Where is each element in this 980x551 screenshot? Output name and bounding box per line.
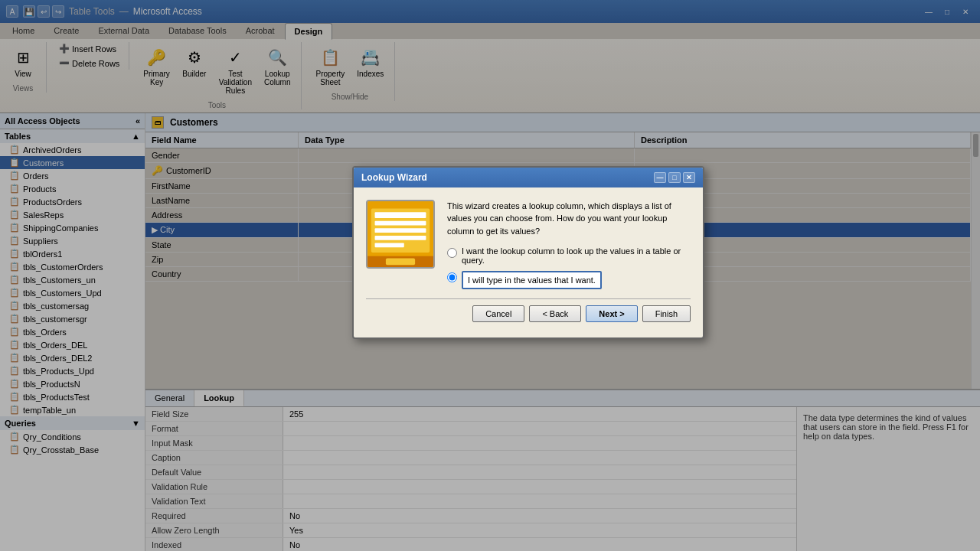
- svg-rect-2: [375, 212, 426, 218]
- svg-rect-4: [375, 228, 426, 233]
- dialog-minimize[interactable]: —: [654, 172, 666, 183]
- wizard-intro-text: This wizard creates a lookup column, whi…: [447, 200, 691, 238]
- radio-option-type: I will type in the values that I want.: [447, 271, 691, 289]
- dialog-content: This wizard creates a lookup column, whi…: [366, 200, 691, 290]
- dialog-close-icon[interactable]: ✕: [683, 172, 695, 183]
- cancel-button[interactable]: Cancel: [472, 305, 524, 322]
- radio-table-query[interactable]: [447, 248, 457, 258]
- dialog-maximize[interactable]: □: [668, 172, 681, 183]
- svg-rect-8: [386, 258, 415, 265]
- radio-type-values[interactable]: [447, 272, 457, 282]
- radio-option-table: I want the lookup column to look up the …: [447, 246, 691, 265]
- lookup-wizard-dialog: Lookup Wizard — □ ✕: [352, 166, 704, 340]
- svg-rect-5: [375, 236, 426, 240]
- svg-rect-6: [375, 243, 404, 247]
- dialog-text-area: This wizard creates a lookup column, whi…: [447, 200, 691, 290]
- selected-option-box: I will type in the values that I want.: [462, 271, 602, 289]
- next-button[interactable]: Next >: [586, 305, 637, 322]
- dialog-overlay: Lookup Wizard — □ ✕: [0, 0, 980, 551]
- dialog-title-bar: Lookup Wizard — □ ✕: [354, 168, 703, 187]
- wizard-illustration: [366, 200, 435, 269]
- dialog-divider: [366, 298, 691, 299]
- dialog-options: I want the lookup column to look up the …: [447, 246, 691, 289]
- svg-rect-3: [375, 221, 426, 226]
- radio-type-values-label: I will type in the values that I want.: [468, 276, 596, 285]
- dialog-title: Lookup Wizard: [361, 172, 427, 183]
- back-button[interactable]: < Back: [529, 305, 581, 322]
- finish-button[interactable]: Finish: [642, 305, 691, 322]
- dialog-body: This wizard creates a lookup column, whi…: [354, 187, 703, 338]
- radio-table-query-label: I want the lookup column to look up the …: [462, 246, 691, 265]
- dialog-buttons: Cancel < Back Next > Finish: [366, 305, 691, 325]
